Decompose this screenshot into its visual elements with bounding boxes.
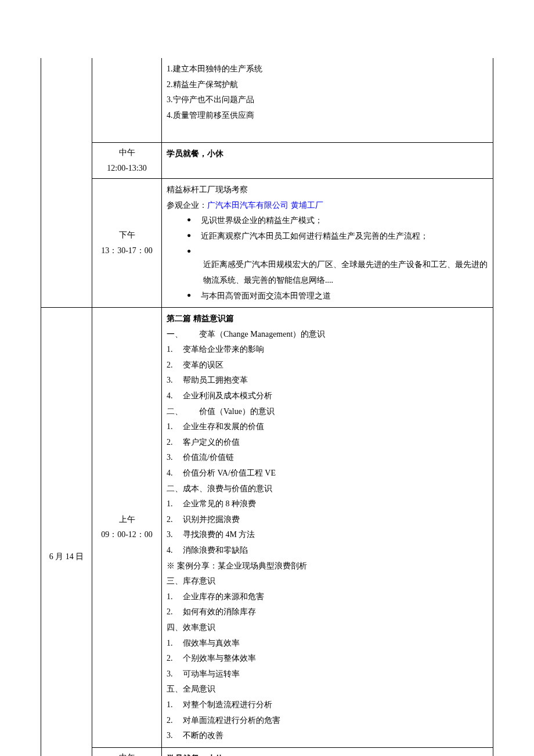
content-line: 1. 企业常见的 8 种浪费 [167, 496, 488, 512]
content-line: 4. 企业利润及成本模式分析 [167, 388, 488, 404]
content-line: 3. 可动率与运转率 [167, 667, 488, 682]
content-line: 1. 假效率与真效率 [167, 636, 488, 651]
content-line: 精益标杆工厂现场考察 [167, 182, 488, 198]
time-range: 09：00-12：00 [96, 527, 158, 543]
bullet-icon: ● [187, 289, 201, 302]
bullet-item: ● 近距离观察广汽本田员工如何进行精益生产及完善的生产流程； [167, 229, 488, 244]
bullet-text: 近距离观察广汽本田员工如何进行精益生产及完善的生产流程； [201, 229, 488, 244]
content-line: 4. 价值分析 VA/价值工程 VE [167, 466, 488, 481]
content-cell: 学员就餐，小休 [162, 142, 493, 178]
content-cell: 学员就餐，小休 [162, 747, 493, 756]
table-row: 中午 12:00-13:30 学员就餐，小休 [41, 142, 493, 178]
time-label: 上午 [96, 512, 158, 528]
content-line: 二、成本、浪费与价值的意识 [167, 481, 488, 497]
content-line: 二、 价值（Value）的意识 [167, 404, 488, 420]
bullet-text: 见识世界级企业的精益生产模式； [201, 213, 488, 229]
time-cell: 中午 12:00-13:30 [92, 747, 162, 756]
time-cell: 下午 13：30-17：00 [92, 179, 162, 308]
content-line: 2. 如何有效的消除库存 [167, 604, 488, 620]
section-heading: 第二篇 精益意识篇 [167, 311, 488, 327]
content-line: 1.建立本田独特的生产系统 [167, 62, 488, 77]
table-row: 6 月 14 日 上午 09：00-12：00 第二篇 精益意识篇 一、 变革（… [41, 308, 493, 748]
bullet-item: ● [167, 244, 488, 258]
content-line: 2.精益生产保驾护航 [167, 77, 488, 93]
bullet-continuation: 近距离感受广汽本田规模宏大的厂区、全球最先进的生产设备和工艺、最先进的物流系统、… [167, 257, 488, 288]
content-line: 1. 企业生存和发展的价值 [167, 419, 488, 435]
content-line: 三、库存意识 [167, 574, 488, 589]
lunch-text: 学员就餐，小休 [167, 149, 223, 158]
content-line: 3. 帮助员工拥抱变革 [167, 373, 488, 388]
content-cell: 1.建立本田独特的生产系统 2.精益生产保驾护航 3.宁停产也不出问题产品 4.… [162, 58, 493, 142]
content-line: 1. 变革给企业带来的影响 [167, 342, 488, 358]
bullet-icon: ● [187, 229, 201, 242]
date-cell: 6 月 14 日 [41, 308, 92, 756]
content-cell: 精益标杆工厂现场考察 参观企业：广汽本田汽车有限公司 黄埔工厂 ● 见识世界级企… [162, 179, 493, 308]
content-line: 1. 企业库存的来源和危害 [167, 589, 488, 605]
time-label: 中午 [96, 750, 158, 756]
content-line: 2. 客户定义的价值 [167, 435, 488, 451]
table-row: 1.建立本田独特的生产系统 2.精益生产保驾护航 3.宁停产也不出问题产品 4.… [41, 58, 493, 142]
table-row: 中午 12:00-13:30 学员就餐，小休 [41, 747, 493, 756]
time-label: 中午 [96, 145, 158, 161]
schedule-table: 1.建立本田独特的生产系统 2.精益生产保驾护航 3.宁停产也不出问题产品 4.… [41, 58, 493, 756]
date-cell-empty [41, 58, 92, 308]
bullet-text: 近距离感受广汽本田规模宏大的厂区、全球最先进的生产设备和工艺、最先进的物流系统、… [203, 257, 488, 288]
table-row: 下午 13：30-17：00 精益标杆工厂现场考察 参观企业：广汽本田汽车有限公… [41, 179, 493, 308]
bullet-icon: ● [187, 213, 201, 226]
bullet-text: 与本田高管面对面交流本田管理之道 [201, 289, 488, 304]
content-line: 2. 个别效率与整体效率 [167, 651, 488, 667]
time-cell [92, 58, 162, 142]
time-cell: 上午 09：00-12：00 [92, 308, 162, 748]
bullet-icon: ● [187, 244, 201, 258]
content-line: 参观企业：广汽本田汽车有限公司 黄埔工厂 [167, 198, 488, 214]
time-cell: 中午 12:00-13:30 [92, 142, 162, 178]
time-range: 13：30-17：00 [96, 243, 158, 259]
content-line: 4. 消除浪费和零缺陷 [167, 543, 488, 559]
content-line: ※ 案例分享：某企业现场典型浪费剖析 [167, 559, 488, 574]
visit-prefix: 参观企业： [167, 201, 207, 210]
content-line: 一、 变革（Change Management）的意识 [167, 327, 488, 343]
content-line: 五、全局意识 [167, 682, 488, 697]
time-label: 下午 [96, 228, 158, 243]
bullet-item: ● 与本田高管面对面交流本田管理之道 [167, 289, 488, 304]
content-line: 2. 对单面流程进行分析的危害 [167, 713, 488, 729]
content-line: 1. 对整个制造流程进行分析 [167, 697, 488, 713]
bullet-item: ● 见识世界级企业的精益生产模式； [167, 213, 488, 229]
company-name: 广汽本田汽车有限公司 黄埔工厂 [207, 201, 323, 210]
content-line: 3. 不断的改善 [167, 728, 488, 744]
content-line: 4.质量管理前移至供应商 [167, 108, 488, 124]
content-line: 3.宁停产也不出问题产品 [167, 92, 488, 108]
content-line: 四、效率意识 [167, 620, 488, 636]
content-line: 3. 寻找浪费的 4M 方法 [167, 527, 488, 543]
content-line: 2. 识别并挖掘浪费 [167, 512, 488, 528]
time-range: 12:00-13:30 [96, 161, 158, 177]
content-line: 2. 变革的误区 [167, 358, 488, 373]
content-cell: 第二篇 精益意识篇 一、 变革（Change Management）的意识 1.… [162, 308, 493, 748]
content-blank [167, 123, 488, 139]
content-line: 3. 价值流/价值链 [167, 450, 488, 466]
